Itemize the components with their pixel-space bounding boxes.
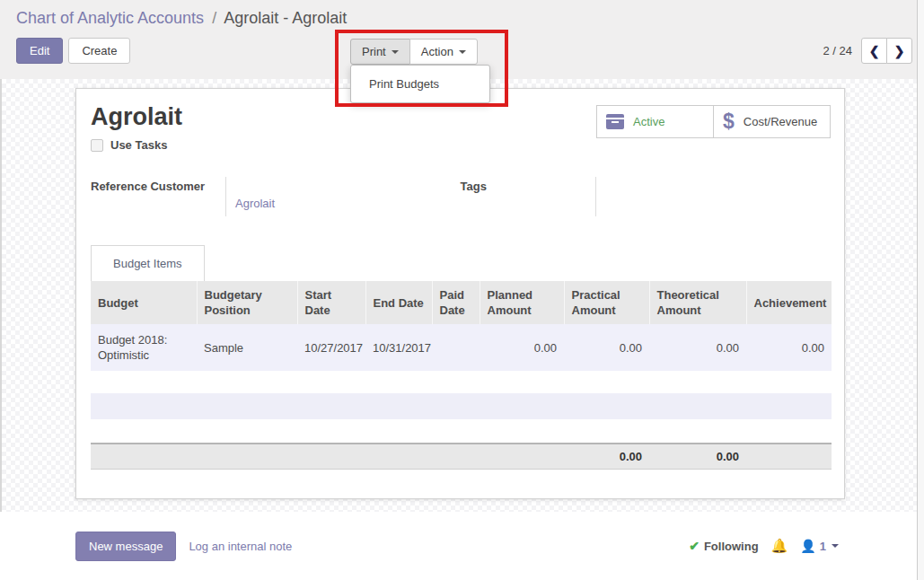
notebook: Budget Items Budget Budgetary Position S…: [91, 245, 830, 470]
field-groups: Reference Customer Agrolait Tags: [91, 177, 830, 216]
tags-field: Tags: [461, 177, 831, 216]
follower-count: 1: [820, 540, 826, 553]
empty-filler-row: [91, 419, 832, 442]
col-header-achievement: Achievement: [746, 281, 832, 324]
table-footer-row: 0.00 0.00: [91, 444, 832, 469]
budget-items-table: Budget Budgetary Position Start Date End…: [91, 281, 832, 442]
empty-filler-row: [91, 393, 832, 419]
chevron-right-icon: ❯: [894, 44, 905, 58]
control-panel: Chart of Analytic Accounts / Agrolait - …: [0, 0, 924, 79]
cell-start-date[interactable]: 10/27/2017: [297, 324, 365, 371]
col-header-end-date: End Date: [365, 281, 432, 324]
cell-theoretical-amount[interactable]: 0.00: [649, 324, 746, 371]
tags-value: [595, 177, 831, 216]
followers-dropdown[interactable]: 👤 1: [800, 539, 839, 553]
use-tasks-label: Use Tasks: [110, 138, 167, 152]
person-icon: 👤: [800, 539, 815, 553]
col-header-theoretical-amount: Theoretical Amount: [649, 281, 746, 324]
form-buttons: Edit Create: [16, 38, 130, 64]
reference-customer-link[interactable]: Agrolait: [235, 197, 275, 210]
pager-next-button[interactable]: ❯: [886, 38, 912, 64]
caret-down-icon: [392, 50, 399, 54]
use-tasks-checkbox[interactable]: [91, 139, 103, 152]
pager: 2 / 24 ❮ ❯: [823, 38, 912, 64]
reference-customer-label: Reference Customer: [91, 177, 225, 216]
cell-achievement[interactable]: 0.00: [746, 324, 832, 371]
cell-planned-amount[interactable]: 0.00: [480, 324, 564, 371]
empty-filler-row: [91, 371, 832, 393]
bell-icon[interactable]: 🔔: [771, 538, 788, 554]
cell-budgetary-position[interactable]: Sample: [197, 324, 297, 371]
action-dropdown-label: Action: [421, 45, 453, 58]
col-header-practical-amount: Practical Amount: [564, 281, 649, 324]
chevron-left-icon: ❮: [869, 44, 880, 58]
action-dropdown-button[interactable]: Action: [409, 39, 478, 65]
stat-buttons: Active $ Cost/Revenue: [596, 105, 831, 138]
caret-down-icon: [459, 50, 466, 54]
breadcrumb-separator: /: [208, 9, 220, 27]
pager-value[interactable]: 2 / 24: [823, 44, 852, 57]
table-row[interactable]: Budget 2018: Optimistic Sample 10/27/201…: [91, 324, 832, 371]
col-header-paid-date: Paid Date: [432, 281, 480, 324]
cell-end-date[interactable]: 10/31/2017: [365, 324, 432, 371]
archive-icon: [606, 114, 624, 129]
footer-sum-practical: 0.00: [564, 444, 649, 469]
col-header-start-date: Start Date: [297, 281, 365, 324]
action-dropdowns: Print Action: [350, 39, 478, 65]
footer-sum-theoretical: 0.00: [649, 444, 746, 469]
reference-customer-field: Reference Customer Agrolait: [91, 177, 461, 216]
dollar-icon: $: [723, 111, 735, 132]
cost-revenue-stat-label: Cost/Revenue: [744, 115, 817, 128]
new-message-button[interactable]: New message: [75, 532, 176, 561]
cost-revenue-stat-button[interactable]: $ Cost/Revenue: [713, 105, 831, 138]
form-content-area: Active $ Cost/Revenue Agrolait Use Tasks…: [0, 79, 924, 512]
active-stat-label: Active: [633, 115, 664, 128]
table-header-row: Budget Budgetary Position Start Date End…: [91, 281, 832, 324]
caret-down-icon: [832, 544, 839, 548]
active-stat-button[interactable]: Active: [596, 105, 714, 138]
odoo-form-view: Chart of Analytic Accounts / Agrolait - …: [0, 0, 924, 580]
pager-previous-button[interactable]: ❮: [861, 38, 887, 64]
use-tasks-field: Use Tasks: [91, 138, 830, 152]
cell-paid-date[interactable]: [432, 324, 480, 371]
following-label: Following: [704, 540, 759, 553]
tab-budget-items[interactable]: Budget Items: [91, 245, 205, 281]
chatter: New message Log an internal note ✔ Follo…: [0, 512, 924, 580]
tags-label: Tags: [461, 177, 595, 216]
create-button[interactable]: Create: [68, 38, 130, 64]
form-sheet: Active $ Cost/Revenue Agrolait Use Tasks…: [75, 88, 845, 499]
scrollbar[interactable]: [917, 0, 924, 580]
cell-practical-amount[interactable]: 0.00: [564, 324, 649, 371]
following-toggle[interactable]: ✔ Following: [689, 539, 758, 553]
edit-button[interactable]: Edit: [16, 38, 63, 64]
col-header-budget: Budget: [91, 281, 197, 324]
breadcrumb: Chart of Analytic Accounts / Agrolait - …: [16, 9, 908, 28]
print-dropdown-menu: Print Budgets: [350, 65, 490, 103]
breadcrumb-current: Agrolait - Agrolait: [224, 9, 347, 27]
print-dropdown-button[interactable]: Print: [350, 39, 410, 65]
breadcrumb-parent-link[interactable]: Chart of Analytic Accounts: [16, 9, 204, 27]
cell-budget[interactable]: Budget 2018: Optimistic: [91, 324, 197, 371]
check-icon: ✔: [689, 539, 700, 553]
print-dropdown-label: Print: [362, 45, 386, 58]
log-internal-note-link[interactable]: Log an internal note: [189, 540, 292, 553]
table-footer: 0.00 0.00: [91, 443, 832, 470]
col-header-planned-amount: Planned Amount: [480, 281, 564, 324]
menu-item-print-budgets[interactable]: Print Budgets: [351, 70, 489, 98]
col-header-budgetary-position: Budgetary Position: [197, 281, 297, 324]
